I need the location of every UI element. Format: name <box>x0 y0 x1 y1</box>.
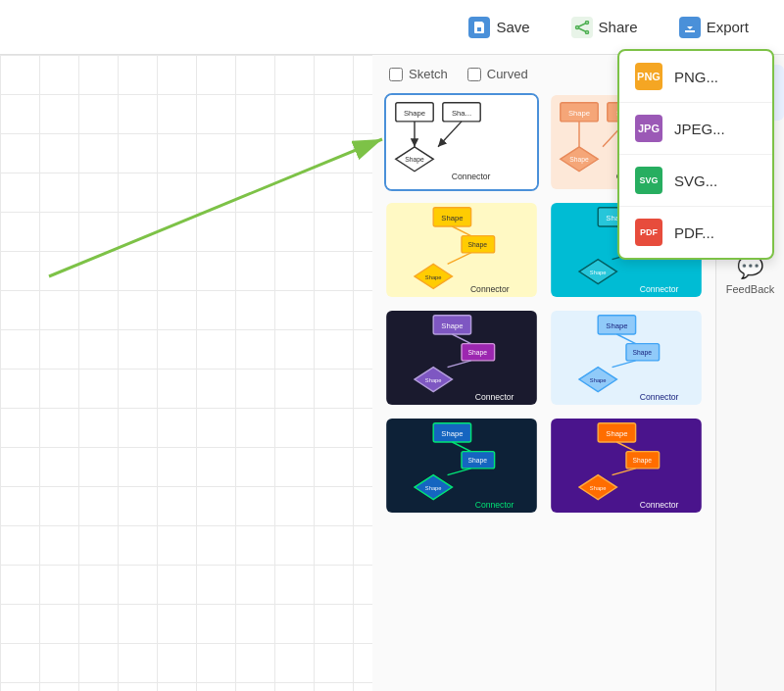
share-label: Share <box>599 19 638 35</box>
export-jpeg-item[interactable]: JPG JPEG... <box>619 103 772 155</box>
pdf-icon: PDF <box>635 219 662 246</box>
share-button[interactable]: Share <box>556 9 654 46</box>
export-svg-item[interactable]: SVG SVG... <box>619 155 772 207</box>
sketch-checkbox-label[interactable]: Sketch <box>389 67 448 81</box>
export-png-item[interactable]: PNG PNG... <box>619 51 772 103</box>
curved-label: Curved <box>487 67 528 81</box>
feedback-label: FeedBack <box>726 283 775 295</box>
canvas-grid <box>0 55 372 691</box>
svg-text:Shape: Shape <box>468 349 488 357</box>
toolbar: Save Share Export <box>0 0 784 55</box>
svg-text:Shape: Shape <box>468 241 488 249</box>
svg-text:Shape: Shape <box>590 485 607 491</box>
svg-text:Sha...: Sha... <box>452 109 471 118</box>
jpeg-label: JPEG... <box>674 121 725 137</box>
sketch-checkbox[interactable] <box>389 68 403 81</box>
svg-point-1 <box>585 30 588 33</box>
svg-text:Shape: Shape <box>568 109 590 118</box>
svg-text:Connector: Connector <box>640 392 679 402</box>
curved-checkbox[interactable] <box>467 68 481 81</box>
export-dropdown: PNG PNG... JPG JPEG... SVG SVG... PDF PD… <box>617 49 774 260</box>
svg-point-2 <box>575 25 578 28</box>
svg-text:Shape: Shape <box>441 214 463 222</box>
theme-card-yellow[interactable]: Shape Shape Shape Connector <box>384 201 539 299</box>
png-icon: PNG <box>635 63 662 90</box>
jpeg-icon: JPG <box>635 115 662 142</box>
svg-text:Connector: Connector <box>640 284 679 294</box>
pdf-label: PDF... <box>674 224 714 241</box>
export-button[interactable]: Export <box>663 9 764 46</box>
svg-label: SVG... <box>674 173 717 189</box>
svg-text:Shape: Shape <box>404 109 425 118</box>
png-label: PNG... <box>674 69 718 85</box>
svg-text:Shape: Shape <box>425 377 442 383</box>
svg-text:Shape: Shape <box>425 485 442 491</box>
export-icon <box>679 17 701 38</box>
svg-text:Shape: Shape <box>590 377 607 383</box>
theme-card-navy[interactable]: Shape Shape Shape Connector <box>384 417 539 515</box>
save-button[interactable]: Save <box>453 9 545 46</box>
theme-card-orange-purple[interactable]: Shape Shape Shape Connector <box>549 417 704 515</box>
save-icon <box>468 17 490 38</box>
svg-text:Shape: Shape <box>606 321 627 330</box>
svg-line-4 <box>578 27 585 30</box>
svg-text:Shape: Shape <box>633 457 653 465</box>
sketch-label: Sketch <box>409 67 448 81</box>
share-icon <box>571 17 593 38</box>
svg-text:Shape: Shape <box>590 270 607 275</box>
svg-text:Shape: Shape <box>569 156 589 164</box>
svg-text:Shape: Shape <box>468 457 488 465</box>
theme-card-default[interactable]: Shape Sha... Shape Connector <box>384 93 539 191</box>
svg-text:Connector: Connector <box>475 500 514 510</box>
svg-text:Connector: Connector <box>475 392 514 402</box>
svg-text:Shape: Shape <box>441 321 463 330</box>
theme-card-dark[interactable]: Shape Shape Shape Connector <box>384 309 539 407</box>
svg-text:Shape: Shape <box>441 429 463 438</box>
svg-text:Shape: Shape <box>425 274 442 280</box>
svg-line-3 <box>578 23 585 25</box>
export-pdf-item[interactable]: PDF PDF... <box>619 207 772 258</box>
svg-text:Shape: Shape <box>633 349 653 357</box>
export-label: Export <box>707 19 749 35</box>
svg-icon: SVG <box>635 167 662 194</box>
svg-text:Connector: Connector <box>452 172 491 181</box>
svg-text:Shape: Shape <box>606 429 627 438</box>
svg-text:Connector: Connector <box>640 500 679 510</box>
theme-card-light-blue[interactable]: Shape Shape Shape Connector <box>549 309 704 407</box>
save-label: Save <box>496 19 529 35</box>
svg-point-0 <box>585 21 588 24</box>
curved-checkbox-label[interactable]: Curved <box>467 67 528 81</box>
svg-text:Connector: Connector <box>470 284 510 294</box>
svg-text:Shape: Shape <box>405 156 424 164</box>
